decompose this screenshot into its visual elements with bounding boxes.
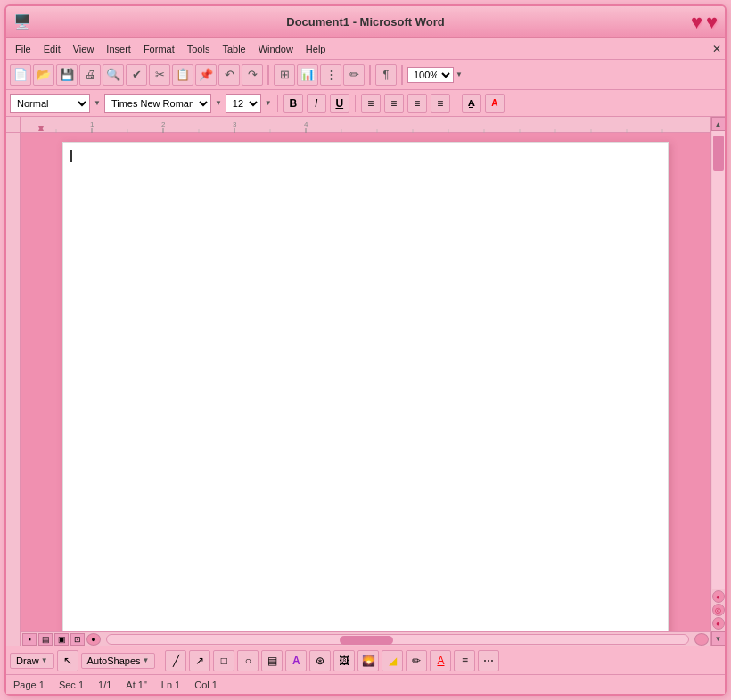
diagram-button[interactable]: ⊛ xyxy=(309,650,331,671)
scroll-thumb[interactable] xyxy=(713,136,724,171)
insert-excel-button[interactable]: 📊 xyxy=(297,64,318,86)
zoom-select[interactable]: 100% 75% 150% xyxy=(407,67,454,83)
maximize-button[interactable]: ♥ xyxy=(706,11,718,34)
italic-button[interactable]: I xyxy=(307,94,326,113)
svg-text:4: 4 xyxy=(304,120,308,128)
draw-button[interactable]: Draw ▼ xyxy=(10,653,54,669)
menu-table[interactable]: Table xyxy=(217,42,251,56)
draw-arrow-icon: ▼ xyxy=(41,656,48,664)
prev-page-button[interactable]: ● xyxy=(712,590,725,603)
web-view-button[interactable]: ⊡ xyxy=(70,633,85,646)
redo-button[interactable]: ↷ xyxy=(242,64,263,86)
align-right-button[interactable]: ≡ xyxy=(407,94,427,113)
outline-view-button[interactable]: ▤ xyxy=(38,633,53,646)
underline-button[interactable]: U xyxy=(330,94,349,113)
preview-button[interactable]: 🔍 xyxy=(103,64,124,86)
close-button[interactable]: ✕ xyxy=(712,43,721,55)
autoshapes-label: AutoShapes xyxy=(87,655,141,666)
clip-art-button[interactable]: 🖼 xyxy=(333,650,355,671)
layout-view-button[interactable]: ▣ xyxy=(54,633,69,646)
minimize-button[interactable]: ♥ xyxy=(691,11,702,34)
bold-button[interactable]: B xyxy=(283,94,303,113)
svg-text:1: 1 xyxy=(90,120,94,128)
font-color-draw-button[interactable]: A xyxy=(430,650,451,671)
font-color-button[interactable]: A xyxy=(485,94,505,113)
separator-2 xyxy=(369,65,371,85)
application-window: 🖥️ Document1 - Microsoft Word ♥ ♥ File E… xyxy=(4,4,727,696)
line-tool-button[interactable]: ╱ xyxy=(165,650,186,671)
scroll-right-button[interactable] xyxy=(694,633,709,646)
page-area[interactable] xyxy=(21,133,710,631)
separator-3 xyxy=(401,65,403,85)
columns-button[interactable]: ⋮ xyxy=(320,64,341,86)
menu-tools[interactable]: Tools xyxy=(182,42,216,56)
font-arrow-icon: ▼ xyxy=(215,99,222,107)
align-left-button[interactable]: ≡ xyxy=(361,94,381,113)
at-status: At 1" xyxy=(126,679,146,690)
paste-button[interactable]: 📌 xyxy=(195,64,217,86)
menu-insert[interactable]: Insert xyxy=(101,42,136,56)
print-button[interactable]: 🖨 xyxy=(79,64,101,86)
text-box-button[interactable]: ▤ xyxy=(261,650,283,671)
menu-help[interactable]: Help xyxy=(300,42,332,56)
horizontal-scrollbar-thumb[interactable] xyxy=(340,636,393,645)
drawing-button[interactable]: ✏ xyxy=(343,64,365,86)
rectangle-tool-button[interactable]: □ xyxy=(213,650,234,671)
view-buttons: ▪ ▤ ▣ ⊡ ● xyxy=(22,633,101,646)
insert-table-button[interactable]: ⊞ xyxy=(274,64,295,86)
arrow-tool-button[interactable]: ↗ xyxy=(189,650,210,671)
insert-picture-button[interactable]: 🌄 xyxy=(357,650,379,671)
paragraph-button[interactable]: ¶ xyxy=(375,64,397,86)
main-content: 1 2 3 4 xyxy=(21,117,710,646)
page-of-status: 1/1 xyxy=(98,679,111,690)
oval-tool-button[interactable]: ○ xyxy=(237,650,259,671)
new-button[interactable]: 📄 xyxy=(10,64,31,86)
scroll-track[interactable] xyxy=(712,131,725,589)
menu-window[interactable]: Window xyxy=(253,42,299,56)
undo-button[interactable]: ↶ xyxy=(218,64,240,86)
title-bar-controls: ♥ ♥ xyxy=(691,11,718,34)
select-tool-button[interactable]: ↖ xyxy=(57,650,78,671)
title-bar: 🖥️ Document1 - Microsoft Word ♥ ♥ xyxy=(6,6,725,38)
fill-color-button[interactable]: ◢ xyxy=(382,650,403,671)
col-status: Col 1 xyxy=(194,679,218,690)
align-center-button[interactable]: ≡ xyxy=(384,94,404,113)
document-page[interactable] xyxy=(62,142,669,631)
menu-edit[interactable]: Edit xyxy=(38,42,66,56)
svg-text:2: 2 xyxy=(161,120,166,128)
autoshapes-button[interactable]: AutoShapes ▼ xyxy=(81,653,156,669)
font-select[interactable]: Times New Roman Arial xyxy=(104,94,211,113)
status-bar: Page 1 Sec 1 1/1 At 1" Ln 1 Col 1 xyxy=(6,674,725,694)
format-bar: Normal Heading 1 ▼ Times New Roman Arial… xyxy=(6,90,725,117)
next-page-button[interactable]: ● xyxy=(712,617,725,630)
reading-view-button[interactable]: ● xyxy=(86,633,101,646)
format-sep-2 xyxy=(355,95,356,112)
line-color-button[interactable]: ✏ xyxy=(406,650,427,671)
app-icon: 🖥️ xyxy=(13,13,31,30)
line-style-button[interactable]: ≡ xyxy=(454,650,475,671)
scroll-down-button[interactable]: ▼ xyxy=(711,631,726,646)
size-select[interactable]: 12 10 14 xyxy=(226,94,261,113)
spellcheck-button[interactable]: ✔ xyxy=(126,64,147,86)
drawing-toolbar: Draw ▼ ↖ AutoShapes ▼ ╱ ↗ □ ○ ▤ A ⊛ 🖼 🌄 … xyxy=(6,646,725,674)
copy-button[interactable]: 📋 xyxy=(172,64,193,86)
word-art-button[interactable]: A xyxy=(285,650,307,671)
style-select[interactable]: Normal Heading 1 xyxy=(10,94,90,113)
cut-button[interactable]: ✂ xyxy=(149,64,170,86)
scroll-up-button[interactable]: ▲ xyxy=(711,117,726,131)
menu-file[interactable]: File xyxy=(10,42,37,56)
select-browse-button[interactable]: ◎ xyxy=(712,604,725,616)
format-sep-3 xyxy=(456,95,456,112)
dash-style-button[interactable]: ⋯ xyxy=(478,650,499,671)
menu-view[interactable]: View xyxy=(68,42,100,56)
highlight-button[interactable]: A̲ xyxy=(462,94,481,113)
open-button[interactable]: 📂 xyxy=(33,64,54,86)
horizontal-scrollbar[interactable] xyxy=(106,634,689,645)
svg-text:3: 3 xyxy=(233,120,237,128)
align-justify-button[interactable]: ≡ xyxy=(431,94,450,113)
save-button[interactable]: 💾 xyxy=(56,64,78,86)
normal-view-button[interactable]: ▪ xyxy=(22,633,37,646)
vertical-ruler xyxy=(6,117,21,646)
horizontal-ruler: 1 2 3 4 xyxy=(21,117,710,133)
menu-format[interactable]: Format xyxy=(138,42,180,56)
